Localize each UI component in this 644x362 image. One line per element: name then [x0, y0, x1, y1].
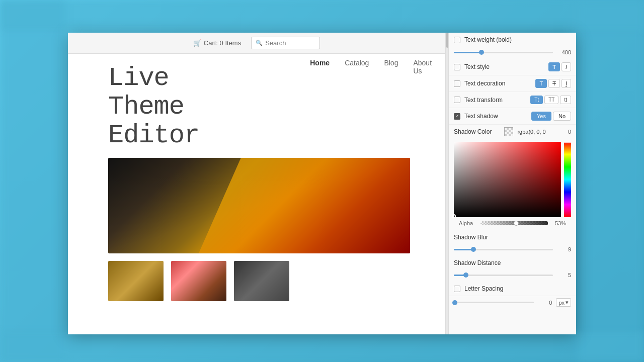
nav-item-blog[interactable]: Blog — [384, 59, 398, 75]
text-deco-underline-btn[interactable]: I — [561, 79, 571, 88]
shadow-color-row: Shadow Color rgba(0, 0, 0 0 — [449, 125, 576, 139]
text-shadow-label: Text shadow — [464, 113, 527, 120]
site-title: Live Theme Editor — [83, 54, 199, 158]
hue-indicator — [564, 142, 571, 143]
unit-label: px — [558, 300, 565, 306]
shadow-distance-row: Shadow Distance — [449, 256, 576, 270]
text-weight-row: Text weight (bold) — [449, 33, 576, 47]
shadow-distance-thumb[interactable] — [463, 273, 468, 278]
site-title-line2: Theme — [108, 93, 199, 121]
text-weight-value: 400 — [557, 49, 571, 55]
shadow-color-label: Shadow Color — [454, 128, 500, 135]
site-title-line1: Live — [108, 64, 199, 93]
text-weight-thumb[interactable] — [479, 50, 484, 55]
letter-spacing-value: 0 — [538, 300, 552, 306]
picker-cursor — [452, 214, 456, 218]
letter-spacing-slider-row: 0 px ▾ — [449, 296, 576, 310]
panel-with-scroll: Text weight (bold) 400 Text style T I — [446, 33, 576, 334]
text-shadow-yes-btn[interactable]: Yes — [531, 112, 551, 121]
text-transform-label: Text transform — [464, 97, 526, 104]
text-deco-normal-btn[interactable]: T — [535, 79, 547, 88]
text-decoration-checkbox[interactable] — [454, 80, 460, 87]
main-container: 🛒 Cart: 0 Items 🔍 Live Theme Editor — [68, 33, 576, 334]
text-transform-title-btn[interactable]: Tt — [530, 96, 543, 104]
alpha-value: 53% — [552, 220, 566, 226]
text-weight-checkbox[interactable] — [454, 37, 460, 43]
text-shadow-row: Text shadow Yes No — [449, 108, 576, 125]
preview-header: 🛒 Cart: 0 Items 🔍 — [68, 33, 445, 54]
thumbnails — [108, 261, 430, 301]
editor-panel: Text weight (bold) 400 Text style T I — [445, 33, 576, 334]
text-deco-strike-btn[interactable]: T — [548, 79, 560, 88]
shadow-blur-label: Shadow Blur — [454, 234, 571, 241]
text-transform-upper-btn[interactable]: TT — [544, 96, 558, 104]
shadow-blur-track[interactable] — [454, 249, 553, 250]
shadow-blur-thumb[interactable] — [471, 247, 476, 252]
preview-content: Live Theme Editor Home Catalog Blog Abou… — [68, 54, 445, 334]
text-decoration-buttons: T T I — [535, 79, 571, 88]
text-weight-label: Text weight (bold) — [464, 36, 571, 43]
cart-text: Cart: 0 Items — [204, 39, 241, 47]
cart-icon: 🛒 — [193, 39, 201, 47]
thumb-1 — [108, 261, 164, 301]
text-style-row: Text style T I — [449, 59, 576, 75]
letter-spacing-checkbox[interactable] — [454, 286, 460, 292]
shadow-blur-slider-row: 9 — [449, 244, 576, 256]
alpha-label: Alpha — [459, 220, 476, 226]
nav-item-catalog[interactable]: Catalog — [345, 59, 369, 75]
gradient-picker[interactable] — [454, 142, 571, 217]
scroll-indicator[interactable] — [446, 33, 449, 334]
alpha-track[interactable] — [480, 221, 548, 225]
text-decoration-row: Text decoration T T I — [449, 75, 576, 92]
text-style-checkbox[interactable] — [454, 64, 460, 70]
gradient-hue-bar[interactable] — [564, 142, 571, 217]
shadow-distance-value: 5 — [557, 272, 571, 278]
text-transform-buttons: Tt TT tt — [530, 96, 571, 104]
panel-content: Text weight (bold) 400 Text style T I — [449, 33, 576, 334]
nav-bar: Home Catalog Blog About Us — [310, 54, 432, 82]
nav-item-home[interactable]: Home — [310, 59, 330, 75]
letter-spacing-thumb[interactable] — [452, 300, 457, 305]
text-weight-slider-row: 400 — [449, 47, 576, 59]
text-shadow-yn: Yes No — [531, 112, 571, 121]
text-weight-fill — [454, 52, 481, 53]
shadow-opacity-value: 0 — [568, 129, 571, 135]
letter-spacing-unit[interactable]: px ▾ — [556, 298, 571, 307]
text-shadow-checkbox[interactable] — [454, 113, 460, 120]
shadow-distance-label: Shadow Distance — [454, 259, 571, 266]
alpha-thumb[interactable] — [514, 221, 519, 226]
shadow-color-swatch[interactable] — [504, 127, 513, 136]
letter-spacing-row: Letter Spacing — [449, 282, 576, 296]
text-weight-track[interactable] — [454, 52, 553, 53]
text-transform-lower-btn[interactable]: tt — [560, 96, 571, 104]
search-icon: 🔍 — [256, 40, 263, 46]
scroll-thumb — [446, 33, 448, 48]
shadow-distance-track[interactable] — [454, 275, 553, 276]
alpha-row: Alpha 53% — [454, 219, 571, 228]
site-title-line3: Editor — [108, 121, 199, 150]
text-shadow-no-btn[interactable]: No — [553, 112, 571, 121]
hero-image — [108, 158, 410, 253]
gradient-dark-overlay — [454, 142, 561, 217]
shadow-blur-row: Shadow Blur — [449, 230, 576, 244]
thumb-3 — [234, 261, 289, 301]
text-transform-row: Text transform Tt TT tt — [449, 92, 576, 108]
shadow-blur-value: 9 — [557, 246, 571, 252]
shadow-color-value: rgba(0, 0, 0 — [517, 129, 564, 135]
nav-item-about[interactable]: About Us — [413, 59, 432, 75]
cart-label: 🛒 Cart: 0 Items — [193, 39, 241, 47]
text-style-italic-btn[interactable]: I — [561, 62, 571, 71]
thumb-2 — [171, 261, 226, 301]
shadow-distance-slider-row: 5 — [449, 270, 576, 282]
text-decoration-label: Text decoration — [464, 80, 531, 87]
text-transform-checkbox[interactable] — [454, 97, 460, 103]
chevron-down-icon: ▾ — [566, 299, 569, 306]
search-input[interactable] — [265, 39, 315, 47]
text-style-label: Text style — [464, 63, 544, 70]
color-picker-section: Alpha 53% — [449, 142, 576, 230]
letter-spacing-track[interactable] — [454, 302, 534, 303]
text-style-buttons: T I — [548, 62, 571, 71]
letter-spacing-label: Letter Spacing — [464, 285, 571, 292]
search-box[interactable]: 🔍 — [251, 37, 320, 49]
text-style-bold-btn[interactable]: T — [548, 62, 560, 71]
